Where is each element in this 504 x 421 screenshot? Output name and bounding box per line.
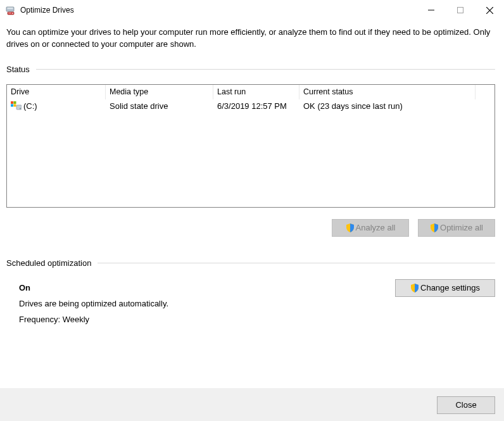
analyze-button: Analyze all: [332, 219, 409, 237]
col-header-end: [476, 85, 495, 99]
minimize-button[interactable]: [417, 0, 446, 20]
drive-status: OK (23 days since last run): [299, 101, 495, 111]
os-drive-icon: [11, 101, 22, 111]
svg-point-14: [20, 108, 21, 109]
col-header-last[interactable]: Last run: [213, 85, 299, 99]
close-label: Close: [455, 400, 476, 410]
svg-rect-9: [11, 101, 13, 104]
svg-point-4: [12, 13, 13, 14]
shield-icon: [430, 223, 439, 232]
svg-rect-10: [14, 101, 16, 104]
drive-row[interactable]: (C:) Solid state drive 6/3/2019 12:57 PM…: [7, 99, 495, 113]
svg-rect-6: [458, 8, 463, 13]
change-settings-label: Change settings: [420, 283, 480, 292]
change-settings-button[interactable]: Change settings: [395, 279, 495, 297]
drive-last: 6/3/2019 12:57 PM: [213, 101, 299, 111]
scheduled-desc: Drives are being optimized automatically…: [19, 299, 168, 308]
intro-text: You can optimize your drives to help you…: [6, 27, 495, 51]
drive-media: Solid state drive: [106, 101, 213, 111]
section-rule: [98, 263, 495, 263]
drives-listview[interactable]: Drive Media type Last run Current status…: [6, 84, 495, 208]
svg-rect-1: [8, 8, 13, 8]
scheduled-section-label: Scheduled optimization: [6, 258, 495, 268]
col-header-media[interactable]: Media type: [106, 85, 213, 99]
drive-name: (C:): [23, 101, 37, 111]
close-dialog-button[interactable]: Close: [437, 396, 495, 414]
svg-rect-11: [11, 104, 13, 106]
maximize-button: [446, 0, 475, 20]
drives-header: Drive Media type Last run Current status: [7, 85, 495, 99]
status-section-label: Status: [6, 65, 495, 74]
svg-rect-12: [14, 104, 16, 106]
svg-rect-0: [6, 7, 14, 11]
titlebar: Optimize Drives: [0, 0, 504, 20]
section-rule: [36, 69, 495, 70]
svg-rect-13: [16, 105, 22, 110]
optimize-button: Optimize all: [418, 219, 495, 237]
col-header-drive[interactable]: Drive: [7, 85, 106, 99]
svg-rect-3: [8, 13, 11, 13]
close-button[interactable]: [475, 0, 504, 20]
optimize-label: Optimize all: [440, 223, 483, 232]
shield-icon: [346, 223, 355, 232]
footer: Close: [0, 388, 504, 421]
status-label-text: Status: [6, 65, 30, 74]
scheduled-label-text: Scheduled optimization: [6, 258, 91, 268]
scheduled-freq: Frequency: Weekly: [19, 315, 168, 324]
scheduled-state: On: [19, 283, 168, 292]
app-icon: [6, 5, 16, 15]
analyze-label: Analyze all: [356, 223, 396, 232]
col-header-status[interactable]: Current status: [299, 85, 476, 99]
window-title: Optimize Drives: [20, 6, 74, 15]
shield-icon: [410, 284, 419, 292]
